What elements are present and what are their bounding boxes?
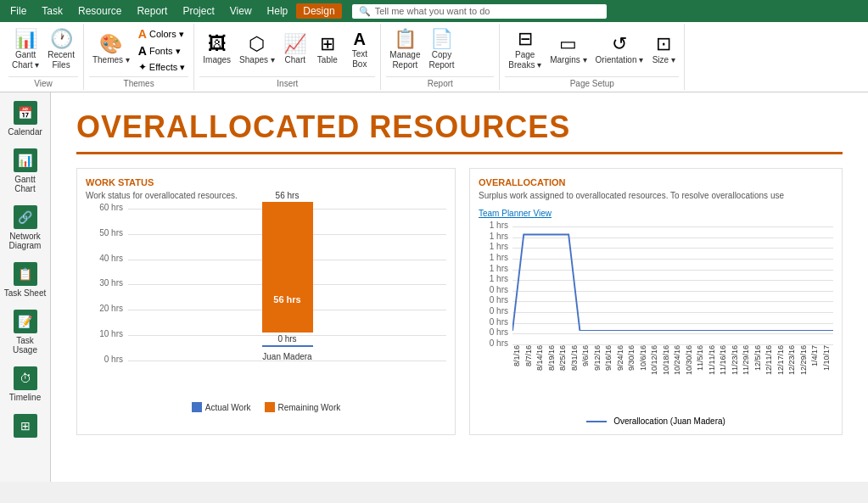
fonts-button[interactable]: A Fonts ▾ [135,42,188,59]
taskusage-icon: 📝 [14,310,37,333]
legend-actual: Actual Work [192,402,251,412]
menu-help[interactable]: Help [260,3,295,19]
search-icon: 🔍 [359,6,371,17]
sidebar-gantt-label: Gantt Chart [3,175,47,193]
search-bar[interactable]: 🔍 Tell me what you want to do [352,4,607,19]
menu-project[interactable]: Project [176,3,221,19]
page-breaks-label: PageBreaks ▾ [508,50,541,70]
textbox-button[interactable]: A TextBox [344,29,375,71]
fonts-icon: A [138,44,147,58]
menu-view[interactable]: View [223,3,259,19]
gantt-chart-label: GanttChart ▾ [12,50,39,70]
legend-actual-box [192,402,202,412]
sidebar-tasksheet-label: Task Sheet [4,288,46,298]
pagesetup-group-label: Page Setup [505,76,679,90]
manage-report-button[interactable]: 📋 ManageReport [386,28,423,72]
menu-task[interactable]: Task [35,3,70,19]
sidebar-item-calendar[interactable]: 📅 Calendar [0,96,50,142]
work-status-title: WORK STATUS [86,177,446,187]
bar-label-remaining: 56 hrs [276,191,300,200]
fonts-label: Fonts ▾ [149,46,181,57]
chart-legend: Actual Work Remaining Work [86,402,446,412]
overallocation-desc: Surplus work assigned to overallocated r… [479,191,833,200]
table-button[interactable]: ⊞ Table [312,33,343,67]
x-labels: 8/1/16 8/7/16 8/14/16 8/19/16 8/25/16 8/… [512,345,833,413]
bar-chart: 60 hrs 50 hrs 40 hrs 30 hrs 20 hrs 10 hr… [86,209,446,395]
legend-remaining: Remaining Work [265,402,341,412]
bar-actual [262,345,313,347]
chart-icon: 📈 [283,35,306,53]
page-breaks-icon: ⊟ [518,30,533,48]
report-sections: WORK STATUS Work status for overallocate… [76,168,843,435]
page-breaks-button[interactable]: ⊟ PageBreaks ▾ [505,28,545,72]
chart-bars-container: 56 hrs 0 hrs Juan Madera [128,209,446,361]
images-button[interactable]: 🖼 Images [199,33,234,67]
sidebar-item-timeline[interactable]: ⏱ Timeline [0,361,50,407]
report-title: OVERALLOCATED RESOURCES [76,109,843,145]
line-legend-label: Overallocation (Juan Madera) [613,416,725,426]
sidebar-item-network[interactable]: 🔗 Network Diagram [0,200,50,255]
view-group-label: View [8,76,78,90]
overallocation-section: OVERALLOCATION Surplus work assigned to … [469,168,843,435]
orientation-icon: ↺ [612,35,627,53]
size-button[interactable]: ⊡ Size ▾ [648,33,679,67]
recent-label: RecentFiles [48,50,75,70]
images-icon: 🖼 [208,35,227,53]
orientation-button[interactable]: ↺ Orientation ▾ [592,33,647,67]
legend-remaining-label: Remaining Work [278,403,341,412]
sidebar-item-more[interactable]: ⊞ [0,409,50,443]
line-chart-container: 1 hrs 1 hrs 1 hrs 1 hrs 1 hrs 1 hrs 0 hr… [479,226,833,413]
tasksheet-icon: 📋 [14,262,37,286]
main-layout: 📅 Calendar 📊 Gantt Chart 🔗 Network Diagr… [0,92,868,482]
margins-label: Margins ▾ [550,55,586,65]
chart-button[interactable]: 📈 Chart [280,33,311,67]
recent-files-button[interactable]: 🕐 RecentFiles [44,28,78,72]
more-icon: ⊞ [14,414,37,438]
sidebar-calendar-label: Calendar [8,127,42,137]
bar-label-actual: 0 hrs [277,334,296,344]
menu-design[interactable]: Design [296,3,341,19]
work-status-section: WORK STATUS Work status for overallocate… [76,168,456,435]
effects-button[interactable]: ✦ Effects ▾ [135,59,188,75]
copy-icon: 📄 [430,30,453,48]
gantt-chart-icon: 📊 [14,30,37,48]
menu-resource[interactable]: Resource [71,3,128,19]
team-planner-link[interactable]: Team Planner View [479,209,833,218]
colors-button[interactable]: A Colors ▾ [135,25,188,42]
menu-file[interactable]: File [3,3,33,19]
gantt-sidebar-icon: 📊 [14,148,37,172]
network-icon: 🔗 [14,205,37,229]
effects-label: Effects ▾ [149,62,185,73]
menu-report[interactable]: Report [130,3,174,19]
copy-report-button[interactable]: 📄 CopyReport [425,28,457,72]
themes-group-label: Themes [89,76,188,90]
sidebar-item-gantt[interactable]: 📊 Gantt Chart [0,143,50,198]
bar-group-juan: 56 hrs 0 hrs Juan Madera [262,191,313,361]
shapes-label: Shapes ▾ [239,55,275,65]
bar-person-name: Juan Madera [262,352,311,361]
sidebar-item-tasksheet[interactable]: 📋 Task Sheet [0,257,50,303]
shapes-icon: ⬡ [249,35,265,53]
textbox-icon: A [354,31,366,48]
line-chart-legend: Overallocation (Juan Madera) [479,416,833,426]
themes-button[interactable]: 🎨 Themes ▾ [89,33,133,67]
line-legend-line [586,421,607,422]
effects-icon: ✦ [138,61,147,73]
legend-actual-label: Actual Work [205,403,251,412]
ribbon-group-view: 📊 GanttChart ▾ 🕐 RecentFiles View [3,24,84,90]
bar-remaining [262,202,313,333]
sidebar-item-taskusage[interactable]: 📝 Task Usage [0,305,50,360]
shapes-button[interactable]: ⬡ Shapes ▾ [236,33,278,67]
colors-label: Colors ▾ [149,29,184,40]
size-label: Size ▾ [652,55,675,65]
overallocation-title: OVERALLOCATION [479,177,833,187]
ribbon: 📊 GanttChart ▾ 🕐 RecentFiles View 🎨 Them… [0,22,868,92]
sidebar-network-label: Network Diagram [3,232,47,250]
gantt-chart-button[interactable]: 📊 GanttChart ▾ [8,28,42,72]
textbox-label: TextBox [352,49,367,70]
sidebar: 📅 Calendar 📊 Gantt Chart 🔗 Network Diagr… [0,92,51,482]
images-label: Images [203,55,231,65]
sidebar-timeline-label: Timeline [9,393,41,402]
margins-button[interactable]: ▭ Margins ▾ [546,33,590,67]
table-icon: ⊞ [320,35,335,53]
